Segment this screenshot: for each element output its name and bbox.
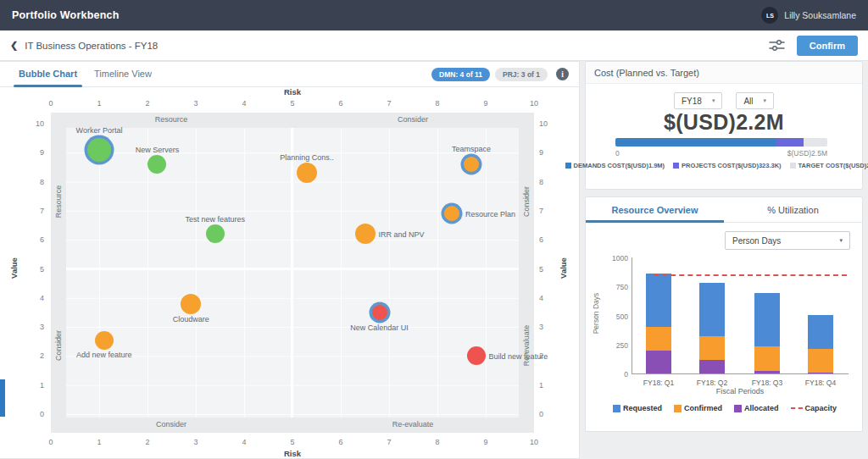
resource-legend-item[interactable]: Allocated <box>734 404 779 412</box>
bar-allocated-2[interactable] <box>699 360 725 373</box>
bubble-build-new-feature[interactable] <box>467 346 486 365</box>
bubble-irr-and-npv[interactable] <box>355 224 376 244</box>
x-tick: 7 <box>381 438 398 446</box>
cost-progress-bar <box>615 138 827 147</box>
x-tick: 0 <box>42 99 59 108</box>
x-axis-ticks-top: 012345678910 <box>51 99 534 109</box>
bar-confirmed-4[interactable] <box>808 349 833 372</box>
resource-legend-item[interactable]: Capacity <box>791 404 837 412</box>
x-tick: 6 <box>332 99 349 108</box>
quadrant-label-top-right: Consider <box>398 115 428 124</box>
unit-select[interactable]: Person Days ▾ <box>725 231 850 250</box>
tab-bubble-chart[interactable]: Bubble Chart <box>10 62 86 86</box>
x-tick: 1 <box>91 438 108 446</box>
y-tick: 3 <box>25 323 44 331</box>
tab-utilization[interactable]: % Utilization <box>724 197 862 222</box>
quadrant-label-left-bottom: Consider <box>54 312 63 379</box>
y-tick: 3 <box>539 323 558 331</box>
y-axis-ticks-left: 012345678910 <box>25 113 44 433</box>
bar-requested-2[interactable] <box>699 283 725 336</box>
bar-y-tick: 750 <box>601 283 628 291</box>
bar-confirmed-2[interactable] <box>699 336 725 359</box>
y-tick: 8 <box>539 178 558 186</box>
resource-bar-chart: Person Days Fiscal Periods RequestedConf… <box>586 252 864 426</box>
fiscal-year-select[interactable]: FY18 ▾ <box>674 92 722 109</box>
resource-legend-item[interactable]: Requested <box>613 404 662 412</box>
cost-legend-item: TARGET COST($(USD)2.5M) <box>790 162 868 169</box>
bar-requested-4[interactable] <box>808 315 833 349</box>
resource-card: Resource Overview % Utilization Person D… <box>585 196 863 432</box>
bar-allocated-3[interactable] <box>754 371 780 373</box>
filter-sliders-icon[interactable] <box>769 39 785 52</box>
y-tick: 6 <box>539 235 558 244</box>
x-tick: 10 <box>526 438 542 446</box>
x-tick: 8 <box>429 99 446 108</box>
bubble-label: Planning Cons.. <box>280 153 334 162</box>
y-tick: 9 <box>539 148 558 157</box>
cost-legend-label: PROJECTS COST($(USD)323.3K) <box>682 162 782 169</box>
bar-y-tick: 0 <box>601 370 628 379</box>
bubble-label: Resource Plan <box>465 210 515 218</box>
bar-category-label: FY18: Q2 <box>687 379 737 387</box>
bar-allocated-1[interactable] <box>646 351 671 373</box>
bubble-label: New Calendar UI <box>350 324 409 332</box>
capacity-line <box>654 274 847 276</box>
bubble-new-calendar-ui[interactable] <box>372 305 387 320</box>
cost-legend-item: PROJECTS COST($(USD)323.3K) <box>673 162 782 169</box>
x-tick: 2 <box>139 438 156 446</box>
x-tick: 4 <box>236 99 253 108</box>
user-menu[interactable]: LS Lilly Souksamlane <box>761 7 856 24</box>
bar-x-axis-label: Fiscal Periods <box>632 387 849 395</box>
bar-requested-1[interactable] <box>646 274 671 327</box>
bar-allocated-4[interactable] <box>808 373 833 373</box>
x-axis-label-bottom: Risk <box>51 449 534 458</box>
y-tick: 5 <box>539 265 558 274</box>
bar-requested-3[interactable] <box>754 293 780 347</box>
breadcrumb[interactable]: ❮ IT Business Operations - FY18 <box>10 40 158 51</box>
side-drawer-handle[interactable] <box>0 379 5 417</box>
y-tick: 0 <box>539 410 558 418</box>
badge-demands-count[interactable]: DMN: 4 of 11 <box>431 68 490 81</box>
cost-legend-item: DEMANDS COST($(USD)1.9M) <box>565 162 665 169</box>
quadrant-label-bottom-left: Consider <box>156 420 186 429</box>
breadcrumb-label: IT Business Operations - FY18 <box>25 41 158 51</box>
bubble-plot-area: ResourceConsiderConsiderRe-evaluateResou… <box>51 113 534 433</box>
y-tick: 4 <box>25 294 44 302</box>
quadrant-label-bottom-right: Re-evaluate <box>392 420 434 429</box>
resource-legend-item[interactable]: Confirmed <box>674 404 722 412</box>
user-avatar[interactable]: LS <box>761 7 778 24</box>
bubble-label: IRR and NPV <box>379 230 425 239</box>
resource-legend: RequestedConfirmedAllocatedCapacity <box>586 404 864 412</box>
x-tick: 10 <box>526 99 542 108</box>
chart-tabs: Bubble Chart Timeline View DMN: 4 of 11 … <box>0 62 579 87</box>
cost-scale-max: $(USD)2.5M <box>787 149 827 158</box>
confirm-button[interactable]: Confirm <box>797 36 858 56</box>
info-icon[interactable]: i <box>556 68 569 80</box>
bubble-label: Add new feature <box>76 351 132 359</box>
back-chevron-icon[interactable]: ❮ <box>10 40 18 51</box>
user-name: Lilly Souksamlane <box>784 10 856 20</box>
legend-swatch <box>673 163 679 169</box>
badge-projects-count[interactable]: PRJ: 3 of 1 <box>495 68 548 81</box>
tab-timeline-view[interactable]: Timeline View <box>86 62 160 86</box>
bubble-test-new-features[interactable] <box>206 224 225 243</box>
legend-swatch <box>565 163 571 169</box>
bar-y-tick: 1000 <box>601 254 628 263</box>
y-tick: 0 <box>25 410 44 418</box>
bubble-teamspace[interactable] <box>464 157 479 172</box>
bubble-label: New Servers <box>136 146 180 154</box>
y-tick: 8 <box>25 178 44 186</box>
y-tick: 1 <box>25 381 44 390</box>
tab-resource-overview[interactable]: Resource Overview <box>586 197 724 222</box>
bubble-add-new-feature[interactable] <box>95 331 114 350</box>
bubble-label: Cloudware <box>173 315 209 324</box>
plot-grid <box>66 128 519 418</box>
scope-select[interactable]: All ▾ <box>736 92 774 109</box>
bubble-cloudware[interactable] <box>181 294 201 314</box>
bar-confirmed-3[interactable] <box>754 346 780 370</box>
quadrant-divider-vertical <box>291 128 293 418</box>
quadrant-label-left-top: Resource <box>54 168 63 235</box>
y-axis-line <box>632 257 632 373</box>
bar-confirmed-1[interactable] <box>646 327 671 350</box>
bubble-worker-portal[interactable] <box>87 138 111 162</box>
